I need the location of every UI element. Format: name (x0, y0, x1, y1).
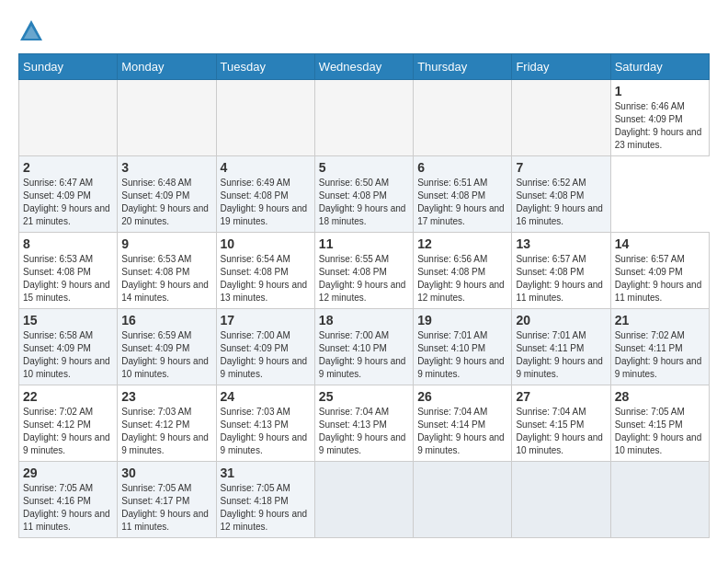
day-number: 4 (221, 160, 311, 175)
sunrise-text: Sunrise: 6:59 AM (121, 329, 211, 342)
calendar-cell: 28Sunrise: 7:05 AMSunset: 4:15 PMDayligh… (610, 385, 709, 462)
sunset-text: Sunset: 4:08 PM (417, 190, 507, 202)
daylight-text: Daylight: 9 hours and 17 minutes. (417, 202, 507, 228)
sunrise-text: Sunrise: 7:02 AM (23, 406, 113, 419)
sunrise-text: Sunrise: 6:48 AM (121, 177, 211, 190)
calendar-cell: 29Sunrise: 7:05 AMSunset: 4:16 PMDayligh… (19, 462, 118, 538)
daylight-text: Daylight: 9 hours and 9 minutes. (319, 431, 409, 457)
logo-icon (18, 18, 44, 44)
calendar-cell (414, 462, 512, 538)
calendar-cell (118, 80, 216, 156)
day-number: 20 (516, 313, 606, 327)
day-info: Sunrise: 7:00 AMSunset: 4:09 PMDaylight:… (221, 329, 311, 381)
day-info: Sunrise: 6:53 AMSunset: 4:08 PMDaylight:… (23, 253, 113, 304)
sunrise-text: Sunrise: 6:53 AM (121, 253, 211, 266)
calendar-cell: 9Sunrise: 6:53 AMSunset: 4:08 PMDaylight… (118, 233, 216, 309)
calendar-cell: 14Sunrise: 6:57 AMSunset: 4:09 PMDayligh… (610, 233, 709, 309)
sunrise-text: Sunrise: 7:05 AM (221, 482, 311, 495)
sunset-text: Sunset: 4:12 PM (23, 419, 113, 431)
daylight-text: Daylight: 9 hours and 16 minutes. (516, 202, 606, 228)
day-number: 10 (221, 236, 311, 251)
day-of-week-header: Tuesday (216, 54, 314, 80)
daylight-text: Daylight: 9 hours and 9 minutes. (221, 355, 311, 381)
day-of-week-header: Wednesday (314, 54, 413, 80)
calendar-cell: 5Sunrise: 6:50 AMSunset: 4:08 PMDaylight… (314, 156, 413, 233)
day-number: 5 (319, 160, 409, 175)
sunrise-text: Sunrise: 6:53 AM (23, 253, 113, 266)
day-info: Sunrise: 7:05 AMSunset: 4:16 PMDaylight:… (23, 482, 113, 534)
sunset-text: Sunset: 4:08 PM (516, 190, 606, 202)
day-info: Sunrise: 6:49 AMSunset: 4:08 PMDaylight:… (221, 177, 311, 228)
day-number: 24 (221, 389, 311, 404)
daylight-text: Daylight: 9 hours and 10 minutes. (23, 355, 113, 381)
sunrise-text: Sunrise: 7:00 AM (319, 329, 409, 342)
day-number: 14 (615, 236, 705, 251)
calendar-cell (216, 80, 314, 156)
day-info: Sunrise: 7:05 AMSunset: 4:18 PMDaylight:… (221, 482, 311, 534)
calendar-cell: 7Sunrise: 6:52 AMSunset: 4:08 PMDaylight… (512, 156, 610, 233)
daylight-text: Daylight: 9 hours and 11 minutes. (615, 279, 705, 304)
calendar-cell: 4Sunrise: 6:49 AMSunset: 4:08 PMDaylight… (216, 156, 314, 233)
calendar-cell: 18Sunrise: 7:00 AMSunset: 4:10 PMDayligh… (314, 309, 413, 385)
day-info: Sunrise: 7:01 AMSunset: 4:10 PMDaylight:… (417, 329, 507, 381)
sunset-text: Sunset: 4:09 PM (615, 113, 705, 126)
daylight-text: Daylight: 9 hours and 21 minutes. (23, 202, 113, 228)
daylight-text: Daylight: 9 hours and 9 minutes. (121, 431, 211, 457)
sunset-text: Sunset: 4:17 PM (121, 495, 211, 508)
day-number: 6 (417, 160, 507, 175)
sunset-text: Sunset: 4:13 PM (319, 419, 409, 431)
day-number: 18 (319, 313, 409, 327)
daylight-text: Daylight: 9 hours and 11 minutes. (23, 508, 113, 534)
calendar-cell: 30Sunrise: 7:05 AMSunset: 4:17 PMDayligh… (118, 462, 216, 538)
day-number: 17 (221, 313, 311, 327)
sunrise-text: Sunrise: 6:47 AM (23, 177, 113, 190)
calendar-cell: 10Sunrise: 6:54 AMSunset: 4:08 PMDayligh… (216, 233, 314, 309)
logo (18, 18, 48, 44)
calendar-cell (512, 462, 610, 538)
calendar-cell: 3Sunrise: 6:48 AMSunset: 4:09 PMDaylight… (118, 156, 216, 233)
day-info: Sunrise: 6:53 AMSunset: 4:08 PMDaylight:… (121, 253, 211, 304)
daylight-text: Daylight: 9 hours and 10 minutes. (121, 355, 211, 381)
daylight-text: Daylight: 9 hours and 14 minutes. (121, 279, 211, 304)
sunrise-text: Sunrise: 7:05 AM (23, 482, 113, 495)
calendar-cell: 1Sunrise: 6:46 AMSunset: 4:09 PMDaylight… (610, 80, 709, 156)
sunset-text: Sunset: 4:18 PM (221, 495, 311, 508)
calendar-week-row: 8Sunrise: 6:53 AMSunset: 4:08 PMDaylight… (19, 233, 710, 309)
sunset-text: Sunset: 4:10 PM (319, 342, 409, 355)
calendar-cell (19, 80, 118, 156)
sunset-text: Sunset: 4:11 PM (516, 342, 606, 355)
sunset-text: Sunset: 4:08 PM (221, 266, 311, 279)
day-number: 13 (516, 236, 606, 251)
day-info: Sunrise: 7:03 AMSunset: 4:13 PMDaylight:… (221, 406, 311, 457)
calendar-cell: 6Sunrise: 6:51 AMSunset: 4:08 PMDaylight… (414, 156, 512, 233)
sunrise-text: Sunrise: 7:03 AM (121, 406, 211, 419)
day-info: Sunrise: 6:59 AMSunset: 4:09 PMDaylight:… (121, 329, 211, 381)
daylight-text: Daylight: 9 hours and 10 minutes. (615, 431, 705, 457)
sunset-text: Sunset: 4:09 PM (23, 190, 113, 202)
sunset-text: Sunset: 4:08 PM (121, 266, 211, 279)
day-number: 9 (121, 236, 211, 251)
sunrise-text: Sunrise: 7:02 AM (615, 329, 705, 342)
day-number: 25 (319, 389, 409, 404)
daylight-text: Daylight: 9 hours and 11 minutes. (516, 279, 606, 304)
day-info: Sunrise: 6:57 AMSunset: 4:08 PMDaylight:… (516, 253, 606, 304)
day-info: Sunrise: 6:58 AMSunset: 4:09 PMDaylight:… (23, 329, 113, 381)
day-number: 19 (417, 313, 507, 327)
calendar-cell: 13Sunrise: 6:57 AMSunset: 4:08 PMDayligh… (512, 233, 610, 309)
day-number: 8 (23, 236, 113, 251)
calendar-header-row: SundayMondayTuesdayWednesdayThursdayFrid… (19, 54, 710, 80)
calendar-cell: 20Sunrise: 7:01 AMSunset: 4:11 PMDayligh… (512, 309, 610, 385)
calendar-cell: 25Sunrise: 7:04 AMSunset: 4:13 PMDayligh… (314, 385, 413, 462)
calendar-week-row: 15Sunrise: 6:58 AMSunset: 4:09 PMDayligh… (19, 309, 710, 385)
daylight-text: Daylight: 9 hours and 15 minutes. (23, 279, 113, 304)
sunrise-text: Sunrise: 7:04 AM (417, 406, 507, 419)
day-number: 21 (615, 313, 705, 327)
sunset-text: Sunset: 4:11 PM (615, 342, 705, 355)
sunrise-text: Sunrise: 7:05 AM (121, 482, 211, 495)
day-number: 7 (516, 160, 606, 175)
day-number: 28 (615, 389, 705, 404)
daylight-text: Daylight: 9 hours and 13 minutes. (221, 279, 311, 304)
calendar-cell: 31Sunrise: 7:05 AMSunset: 4:18 PMDayligh… (216, 462, 314, 538)
day-number: 16 (121, 313, 211, 327)
sunset-text: Sunset: 4:10 PM (417, 342, 507, 355)
